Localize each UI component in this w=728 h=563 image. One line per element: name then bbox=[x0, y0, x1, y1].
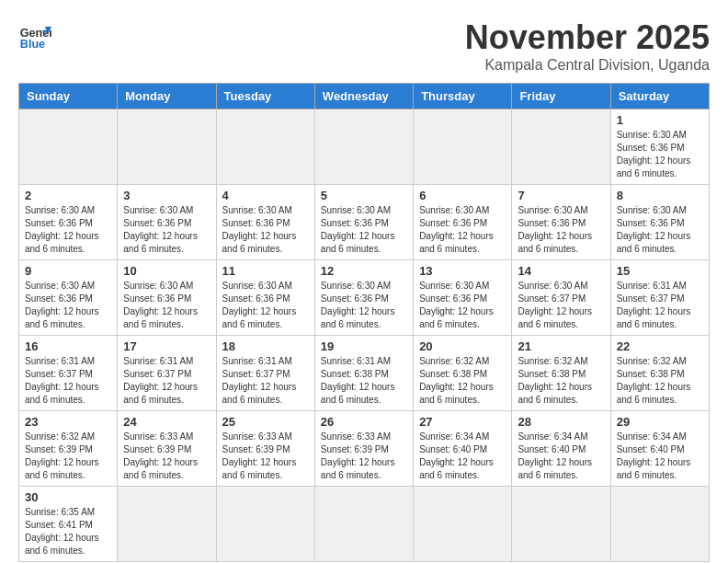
day-info: Sunrise: 6:33 AM Sunset: 6:39 PM Dayligh… bbox=[321, 431, 407, 482]
day-number: 20 bbox=[419, 339, 506, 353]
day-info: Sunrise: 6:30 AM Sunset: 6:36 PM Dayligh… bbox=[25, 280, 111, 331]
calendar-cell: 30Sunrise: 6:35 AM Sunset: 6:41 PM Dayli… bbox=[19, 487, 118, 562]
day-number: 30 bbox=[25, 490, 111, 504]
calendar-week-row: 1Sunrise: 6:30 AM Sunset: 6:36 PM Daylig… bbox=[19, 109, 710, 185]
calendar-cell: 17Sunrise: 6:31 AM Sunset: 6:37 PM Dayli… bbox=[118, 336, 216, 411]
calendar-cell: 1Sunrise: 6:30 AM Sunset: 6:36 PM Daylig… bbox=[610, 109, 709, 185]
day-info: Sunrise: 6:32 AM Sunset: 6:38 PM Dayligh… bbox=[617, 355, 703, 407]
day-number: 23 bbox=[25, 415, 111, 429]
calendar-cell: 19Sunrise: 6:31 AM Sunset: 6:38 PM Dayli… bbox=[314, 336, 413, 411]
calendar-cell bbox=[512, 487, 610, 562]
svg-text:Blue: Blue bbox=[20, 38, 45, 51]
day-info: Sunrise: 6:34 AM Sunset: 6:40 PM Dayligh… bbox=[617, 431, 703, 482]
day-info: Sunrise: 6:33 AM Sunset: 6:39 PM Dayligh… bbox=[123, 431, 210, 482]
day-info: Sunrise: 6:31 AM Sunset: 6:37 PM Dayligh… bbox=[123, 355, 210, 407]
calendar-week-row: 16Sunrise: 6:31 AM Sunset: 6:37 PM Dayli… bbox=[19, 336, 710, 411]
calendar-cell: 6Sunrise: 6:30 AM Sunset: 6:36 PM Daylig… bbox=[414, 185, 512, 260]
day-info: Sunrise: 6:33 AM Sunset: 6:39 PM Dayligh… bbox=[222, 431, 309, 482]
day-number: 10 bbox=[123, 264, 210, 278]
day-info: Sunrise: 6:32 AM Sunset: 6:38 PM Dayligh… bbox=[419, 355, 506, 407]
calendar-cell: 25Sunrise: 6:33 AM Sunset: 6:39 PM Dayli… bbox=[216, 411, 314, 487]
weekday-header-sunday: Sunday bbox=[19, 84, 118, 109]
day-number: 11 bbox=[222, 264, 309, 278]
calendar-week-row: 2Sunrise: 6:30 AM Sunset: 6:36 PM Daylig… bbox=[19, 185, 710, 260]
calendar-cell bbox=[610, 487, 709, 562]
calendar-cell: 12Sunrise: 6:30 AM Sunset: 6:36 PM Dayli… bbox=[314, 260, 413, 336]
day-number: 24 bbox=[123, 415, 210, 429]
calendar-cell: 9Sunrise: 6:30 AM Sunset: 6:36 PM Daylig… bbox=[19, 260, 118, 336]
day-info: Sunrise: 6:30 AM Sunset: 6:36 PM Dayligh… bbox=[123, 204, 210, 256]
day-info: Sunrise: 6:31 AM Sunset: 6:38 PM Dayligh… bbox=[321, 355, 407, 407]
calendar-cell: 4Sunrise: 6:30 AM Sunset: 6:36 PM Daylig… bbox=[216, 185, 314, 260]
day-number: 28 bbox=[518, 415, 604, 429]
weekday-header-thursday: Thursday bbox=[414, 84, 512, 109]
day-number: 26 bbox=[321, 415, 407, 429]
calendar-table: SundayMondayTuesdayWednesdayThursdayFrid… bbox=[18, 83, 710, 562]
day-info: Sunrise: 6:30 AM Sunset: 6:36 PM Dayligh… bbox=[321, 280, 407, 331]
calendar-cell: 7Sunrise: 6:30 AM Sunset: 6:36 PM Daylig… bbox=[512, 185, 610, 260]
day-number: 29 bbox=[617, 415, 703, 429]
day-info: Sunrise: 6:30 AM Sunset: 6:36 PM Dayligh… bbox=[222, 280, 309, 331]
calendar-cell: 13Sunrise: 6:30 AM Sunset: 6:36 PM Dayli… bbox=[414, 260, 512, 336]
day-number: 2 bbox=[25, 189, 111, 202]
calendar-cell: 15Sunrise: 6:31 AM Sunset: 6:37 PM Dayli… bbox=[610, 260, 709, 336]
day-info: Sunrise: 6:30 AM Sunset: 6:37 PM Dayligh… bbox=[518, 280, 604, 331]
calendar-cell: 8Sunrise: 6:30 AM Sunset: 6:36 PM Daylig… bbox=[610, 185, 709, 260]
day-number: 27 bbox=[419, 415, 506, 429]
calendar-cell bbox=[216, 109, 314, 185]
calendar-cell: 5Sunrise: 6:30 AM Sunset: 6:36 PM Daylig… bbox=[314, 185, 413, 260]
day-info: Sunrise: 6:31 AM Sunset: 6:37 PM Dayligh… bbox=[222, 355, 309, 407]
calendar-cell: 24Sunrise: 6:33 AM Sunset: 6:39 PM Dayli… bbox=[118, 411, 216, 487]
day-number: 22 bbox=[617, 339, 703, 353]
day-number: 5 bbox=[321, 189, 407, 202]
calendar-cell: 21Sunrise: 6:32 AM Sunset: 6:38 PM Dayli… bbox=[512, 336, 610, 411]
day-info: Sunrise: 6:30 AM Sunset: 6:36 PM Dayligh… bbox=[123, 280, 210, 331]
day-number: 12 bbox=[321, 264, 407, 278]
page-header: General Blue November 2025 Kampala Centr… bbox=[18, 18, 710, 74]
day-number: 18 bbox=[222, 339, 309, 353]
day-number: 13 bbox=[419, 264, 506, 278]
calendar-cell bbox=[19, 109, 118, 185]
day-number: 9 bbox=[25, 264, 111, 278]
calendar-cell bbox=[314, 109, 413, 185]
day-info: Sunrise: 6:30 AM Sunset: 6:36 PM Dayligh… bbox=[617, 204, 703, 256]
logo: General Blue bbox=[18, 18, 51, 52]
day-info: Sunrise: 6:35 AM Sunset: 6:41 PM Dayligh… bbox=[25, 506, 111, 557]
calendar-week-row: 9Sunrise: 6:30 AM Sunset: 6:36 PM Daylig… bbox=[19, 260, 710, 336]
calendar-cell bbox=[414, 487, 512, 562]
logo-icon: General Blue bbox=[18, 18, 51, 52]
day-number: 7 bbox=[518, 189, 604, 202]
day-info: Sunrise: 6:31 AM Sunset: 6:37 PM Dayligh… bbox=[617, 280, 703, 331]
day-info: Sunrise: 6:30 AM Sunset: 6:36 PM Dayligh… bbox=[222, 204, 309, 256]
weekday-header-tuesday: Tuesday bbox=[216, 84, 314, 109]
day-number: 25 bbox=[222, 415, 309, 429]
calendar-cell: 23Sunrise: 6:32 AM Sunset: 6:39 PM Dayli… bbox=[19, 411, 118, 487]
calendar-subtitle: Kampala Central Division, Uganda bbox=[465, 57, 710, 74]
day-number: 21 bbox=[518, 339, 604, 353]
day-number: 8 bbox=[617, 189, 703, 202]
day-info: Sunrise: 6:34 AM Sunset: 6:40 PM Dayligh… bbox=[518, 431, 604, 482]
calendar-cell: 20Sunrise: 6:32 AM Sunset: 6:38 PM Dayli… bbox=[414, 336, 512, 411]
day-info: Sunrise: 6:34 AM Sunset: 6:40 PM Dayligh… bbox=[419, 431, 506, 482]
calendar-cell bbox=[512, 109, 610, 185]
calendar-cell: 11Sunrise: 6:30 AM Sunset: 6:36 PM Dayli… bbox=[216, 260, 314, 336]
day-info: Sunrise: 6:30 AM Sunset: 6:36 PM Dayligh… bbox=[617, 129, 703, 180]
weekday-header-friday: Friday bbox=[512, 84, 610, 109]
day-info: Sunrise: 6:30 AM Sunset: 6:36 PM Dayligh… bbox=[419, 280, 506, 331]
calendar-cell bbox=[118, 109, 216, 185]
calendar-cell: 3Sunrise: 6:30 AM Sunset: 6:36 PM Daylig… bbox=[118, 185, 216, 260]
day-number: 16 bbox=[25, 339, 111, 353]
day-number: 17 bbox=[123, 339, 210, 353]
weekday-header-row: SundayMondayTuesdayWednesdayThursdayFrid… bbox=[19, 84, 710, 109]
calendar-cell: 18Sunrise: 6:31 AM Sunset: 6:37 PM Dayli… bbox=[216, 336, 314, 411]
calendar-cell bbox=[118, 487, 216, 562]
calendar-week-row: 30Sunrise: 6:35 AM Sunset: 6:41 PM Dayli… bbox=[19, 487, 710, 562]
day-info: Sunrise: 6:30 AM Sunset: 6:36 PM Dayligh… bbox=[518, 204, 604, 256]
weekday-header-monday: Monday bbox=[118, 84, 216, 109]
calendar-cell: 26Sunrise: 6:33 AM Sunset: 6:39 PM Dayli… bbox=[314, 411, 413, 487]
calendar-cell bbox=[216, 487, 314, 562]
day-info: Sunrise: 6:32 AM Sunset: 6:38 PM Dayligh… bbox=[518, 355, 604, 407]
calendar-cell: 28Sunrise: 6:34 AM Sunset: 6:40 PM Dayli… bbox=[512, 411, 610, 487]
calendar-cell: 2Sunrise: 6:30 AM Sunset: 6:36 PM Daylig… bbox=[19, 185, 118, 260]
calendar-cell: 27Sunrise: 6:34 AM Sunset: 6:40 PM Dayli… bbox=[414, 411, 512, 487]
